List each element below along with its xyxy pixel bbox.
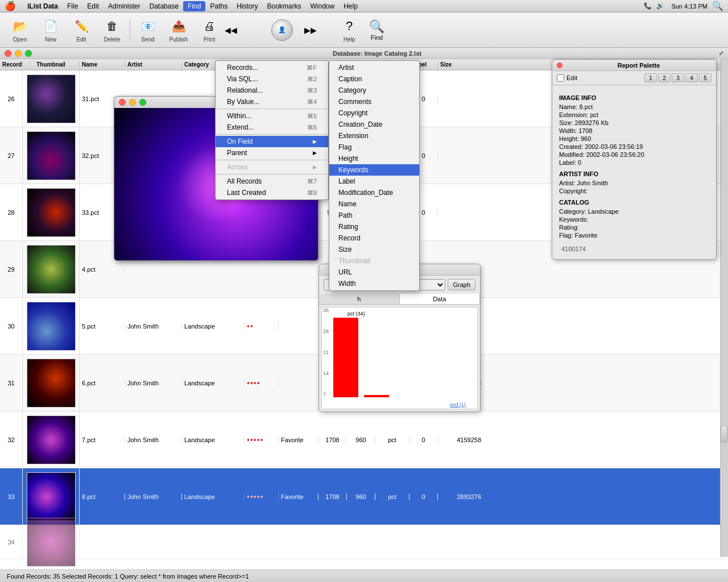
row-width: 1708	[318, 436, 347, 443]
scrollbar[interactable]	[720, 59, 728, 557]
field-artist[interactable]: Artist	[329, 62, 419, 73]
preview-close[interactable]	[119, 99, 126, 106]
edit-checkbox[interactable]	[557, 74, 564, 82]
field-caption[interactable]: Caption	[329, 73, 419, 85]
find-all-records[interactable]: All Records ⌘7	[216, 176, 328, 187]
menu-sep-4	[216, 174, 328, 174]
spotlight-icon[interactable]: 🔍	[712, 1, 723, 11]
psd-label: psd (1)	[450, 402, 466, 408]
send-button[interactable]: 📧 Send	[133, 15, 163, 45]
graph-button[interactable]: Graph	[448, 279, 475, 290]
field-url[interactable]: URL	[329, 267, 419, 278]
find-across[interactable]: Across	[216, 161, 328, 173]
field-label[interactable]: Label	[329, 176, 419, 187]
report-close[interactable]	[557, 63, 562, 68]
new-icon: 📄	[42, 17, 60, 35]
field-rating[interactable]: Rating	[329, 221, 419, 232]
field-size[interactable]: Size	[329, 244, 419, 255]
page-1-btn[interactable]: 1	[644, 73, 657, 82]
db-title: Database: Image Catalog 2.lst	[35, 50, 719, 57]
preview-max[interactable]	[139, 99, 146, 106]
page-2-btn[interactable]: 2	[658, 73, 671, 82]
edit-button[interactable]: ✏️ Edit	[66, 15, 97, 45]
find-toolbar-button[interactable]: 🔍 Find	[369, 19, 384, 41]
info-extension: Extension: pct	[559, 111, 709, 118]
field-copyright[interactable]: Copyright	[329, 107, 419, 119]
field-path[interactable]: Path	[329, 210, 419, 221]
delete-icon: 🗑	[103, 17, 121, 35]
publish-button[interactable]: 📤 Publish	[163, 15, 194, 45]
field-flag[interactable]: Flag	[329, 142, 419, 153]
close-button[interactable]	[5, 50, 11, 57]
row-category: Landscape	[182, 323, 245, 330]
field-record[interactable]: Record	[329, 232, 419, 244]
row-size: 4159258	[438, 436, 483, 443]
find-via-sql[interactable]: Via SQL... ⌘2	[216, 73, 328, 85]
y-35: 35	[323, 307, 329, 313]
find-records[interactable]: Records... ⌘F	[216, 62, 328, 73]
find-within[interactable]: Within... ⌘5	[216, 110, 328, 122]
info-copyright: Copyright:	[559, 188, 709, 194]
statusbar: Found Records: 35 Selected Records: 1 Qu…	[0, 569, 728, 582]
clock: Sun 4:13 PM	[671, 3, 708, 10]
new-button[interactable]: 📄 New	[35, 15, 66, 45]
row-thumbnail	[23, 298, 80, 354]
field-width[interactable]: Width	[329, 278, 419, 289]
menu-window[interactable]: Window	[306, 1, 340, 11]
row-name: 5.pct	[80, 323, 125, 330]
record-id: 4100174	[559, 243, 709, 255]
find-extend[interactable]: Extend... ⌘6	[216, 122, 328, 133]
minimize-button[interactable]	[15, 50, 22, 57]
apple-menu[interactable]: 🍎	[5, 1, 16, 11]
find-relational[interactable]: Relational... ⌘3	[216, 85, 328, 96]
col-artist: Artist	[125, 61, 182, 68]
find-on-field[interactable]: On Field	[216, 136, 328, 147]
field-keywords[interactable]: Keywords	[329, 164, 419, 176]
publish-label: Publish	[169, 36, 188, 43]
field-extension[interactable]: Extension	[329, 130, 419, 142]
table-row-selected[interactable]: 33 8.pct John Smith Landscape ••••• Favo…	[0, 468, 728, 525]
menu-ilistdata[interactable]: iList Data	[23, 1, 63, 11]
chart-tab-data[interactable]: Data	[400, 294, 481, 304]
menu-edit[interactable]: Edit	[82, 1, 104, 11]
field-height[interactable]: Height	[329, 153, 419, 164]
row-thumbnail	[23, 468, 80, 525]
info-height: Height: 960	[559, 135, 709, 142]
menu-file[interactable]: File	[63, 1, 82, 11]
menu-paths[interactable]: Paths	[205, 1, 232, 11]
delete-button[interactable]: 🗑 Delete	[97, 15, 127, 45]
menu-help[interactable]: Help	[339, 1, 362, 11]
open-label: Open	[13, 36, 27, 43]
maximize-button[interactable]	[25, 50, 32, 57]
bars-container: pct (34)	[333, 310, 475, 397]
field-creation-date[interactable]: Creation_Date	[329, 119, 419, 130]
back-icon[interactable]: ◀◀	[225, 26, 237, 35]
page-4-btn[interactable]: 4	[685, 73, 698, 82]
menu-history[interactable]: History	[232, 1, 262, 11]
print-button[interactable]: 🖨 Print	[194, 15, 225, 45]
field-category[interactable]: Category	[329, 85, 419, 96]
row-name: 6.pct	[80, 380, 125, 386]
menu-bookmarks[interactable]: Bookmarks	[262, 1, 305, 11]
table-row[interactable]: 32 7.pct John Smith Landscape ••••• Favo…	[0, 411, 728, 468]
page-3-btn[interactable]: 3	[672, 73, 684, 82]
field-modification-date[interactable]: Modification_Date	[329, 187, 419, 198]
scroll-thumb[interactable]	[721, 426, 727, 443]
preview-min[interactable]	[129, 99, 136, 106]
menu-find[interactable]: Find	[183, 1, 205, 11]
row-num: 28	[0, 184, 23, 240]
forward-icon[interactable]: ▶▶	[304, 26, 317, 35]
menu-database[interactable]: Database	[145, 1, 183, 11]
find-by-value[interactable]: By Value... ⌘4	[216, 96, 328, 107]
chart-tab-graph[interactable]: h	[319, 294, 400, 304]
field-name[interactable]: Name	[329, 198, 419, 210]
find-parent[interactable]: Parent	[216, 147, 328, 159]
help-button[interactable]: ? Help	[334, 15, 365, 45]
col-name: Name	[80, 61, 125, 68]
menu-administer[interactable]: Administer	[104, 1, 145, 11]
find-last-created[interactable]: Last Created ⌘8	[216, 187, 328, 198]
open-button[interactable]: 📂 Open	[5, 15, 35, 45]
field-comments[interactable]: Comments	[329, 96, 419, 107]
field-thumbnail[interactable]: Thumbnail	[329, 255, 419, 267]
page-5-btn[interactable]: 5	[699, 73, 712, 82]
